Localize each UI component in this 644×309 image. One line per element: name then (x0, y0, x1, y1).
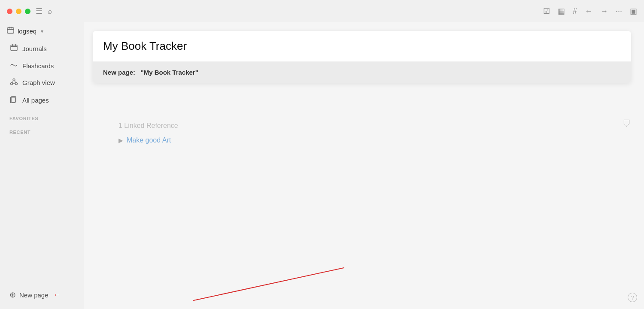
sidebar-toggle-icon[interactable]: ▣ (630, 6, 637, 16)
svg-line-11 (12, 81, 13, 83)
suggestion-label: New page: (103, 69, 135, 76)
forward-icon[interactable]: → (600, 7, 608, 16)
sidebar-bottom: ⊕ New page ← (0, 286, 84, 309)
svg-point-8 (13, 79, 15, 81)
new-page-button[interactable]: ⊕ New page ← (3, 286, 82, 303)
search-icon[interactable]: ⌕ (48, 7, 52, 16)
workspace-icon (7, 27, 14, 36)
help-button[interactable]: ? (628, 293, 637, 302)
journals-label: Journals (22, 45, 47, 52)
flashcards-label: Flashcards (22, 62, 54, 70)
svg-point-10 (15, 83, 17, 85)
content-area: New page: "My Book Tracker" 1 Linked Ref… (84, 22, 644, 309)
svg-rect-0 (7, 28, 14, 33)
sidebar-item-all-pages[interactable]: All pages (3, 92, 82, 109)
todo-icon[interactable]: ☑ (543, 6, 550, 16)
main-layout: logseq ▾ Journals (0, 22, 644, 309)
titlebar: ☰ ⌕ ☑ ▦ # ← → ··· ▣ (0, 0, 644, 22)
linked-refs-row: 1 Linked Reference ▶ Make good Art ⛉ (84, 96, 644, 151)
svg-rect-4 (11, 45, 17, 51)
svg-point-9 (10, 83, 12, 85)
close-button[interactable] (7, 9, 12, 14)
back-icon[interactable]: ← (585, 7, 592, 16)
sidebar-item-graph-view[interactable]: Graph view (3, 74, 82, 91)
flashcards-icon (9, 62, 18, 70)
traffic-lights (7, 9, 30, 14)
workspace-name: logseq (18, 27, 36, 35)
linked-refs-title: 1 Linked Reference (118, 122, 178, 130)
recent-section-label: RECENT (0, 123, 84, 136)
all-pages-label: All pages (22, 97, 49, 104)
new-page-icon: ⊕ (9, 290, 16, 300)
expand-triangle-icon[interactable]: ▶ (118, 137, 123, 144)
suggestion-value: "My Book Tracker" (141, 69, 198, 76)
sidebar: logseq ▾ Journals (0, 22, 84, 309)
sidebar-item-journals[interactable]: Journals (3, 40, 82, 57)
new-page-label: New page (19, 291, 49, 299)
graph-view-label: Graph view (22, 79, 55, 86)
workspace-selector[interactable]: logseq ▾ (0, 22, 84, 40)
search-input-row (93, 31, 631, 62)
sidebar-item-flashcards[interactable]: Flashcards (3, 58, 82, 73)
graph-icon (9, 78, 18, 87)
linked-ref-item: ▶ Make good Art (118, 136, 178, 144)
page-title-input[interactable] (103, 39, 621, 53)
titlebar-right: ☑ ▦ # ← → ··· ▣ (543, 6, 637, 16)
hamburger-icon[interactable]: ☰ (36, 6, 43, 16)
more-icon[interactable]: ··· (616, 7, 622, 16)
filter-icon[interactable]: ⛉ (623, 119, 631, 129)
titlebar-left: ☰ ⌕ (7, 6, 52, 16)
linked-ref-link[interactable]: Make good Art (127, 136, 171, 144)
arrow-indicator: ← (54, 291, 61, 299)
sidebar-nav: Journals Flashcards (0, 40, 84, 109)
journals-icon (9, 44, 18, 53)
calendar-icon[interactable]: ▦ (558, 6, 565, 16)
minimize-button[interactable] (16, 9, 21, 14)
linked-refs-area: 1 Linked Reference ▶ Make good Art (93, 122, 204, 151)
new-page-suggestion[interactable]: New page: "My Book Tracker" (93, 62, 631, 83)
hash-icon[interactable]: # (573, 7, 577, 16)
workspace-arrow: ▾ (41, 28, 43, 34)
svg-line-16 (194, 268, 344, 300)
svg-line-12 (15, 81, 16, 83)
suggestion-text: New page: "My Book Tracker" (103, 69, 198, 76)
linked-refs-header: 1 Linked Reference (93, 122, 204, 130)
favorites-section-label: FAVORITES (0, 109, 84, 123)
help-label: ? (631, 294, 634, 301)
maximize-button[interactable] (25, 9, 30, 14)
linked-refs-content: ▶ Make good Art (93, 130, 204, 151)
search-card: New page: "My Book Tracker" (93, 31, 631, 83)
all-pages-icon (9, 96, 18, 105)
